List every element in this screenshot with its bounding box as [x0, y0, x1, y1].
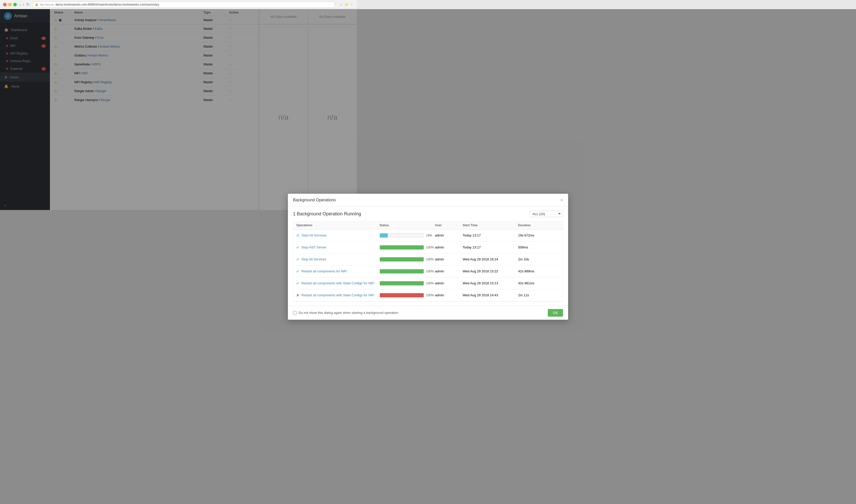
url-text: demo.hortonworks.com:8080/#/main/hosts/d… [55, 3, 159, 6]
minimize-window-btn[interactable] [8, 3, 12, 6]
reload-btn[interactable]: ↻ [26, 2, 30, 7]
modal-overlay: Background Operations × 1 Background Ope… [0, 9, 357, 210]
browser-chrome: ‹ › ↻ 🔒 Not Secure demo.hortonworks.com:… [0, 0, 357, 9]
modal-body: 1 Background Operation Running ALL (10) … [288, 207, 357, 210]
not-secure-label: Not Secure [40, 3, 54, 6]
close-window-btn[interactable] [3, 3, 6, 6]
extensions-icon[interactable]: ⚡ [344, 2, 349, 6]
bookmark-icon[interactable]: ☆ [339, 2, 343, 6]
maximize-window-btn[interactable] [13, 3, 17, 6]
browser-toolbar-icons: ☆ ⚡ ⋮ [339, 2, 354, 6]
modal-header: Background Operations × [288, 194, 357, 207]
window-controls [3, 3, 17, 6]
lock-icon: 🔒 [35, 3, 38, 6]
menu-icon[interactable]: ⋮ [350, 2, 354, 6]
forward-btn[interactable]: › [22, 2, 24, 7]
modal-title: Background Operations [293, 198, 336, 202]
back-btn[interactable]: ‹ [19, 2, 21, 7]
nav-arrows: ‹ › ↻ [19, 2, 30, 7]
address-bar[interactable]: 🔒 Not Secure demo.hortonworks.com:8080/#… [32, 1, 335, 7]
background-operations-modal: Background Operations × 1 Background Ope… [288, 194, 357, 210]
